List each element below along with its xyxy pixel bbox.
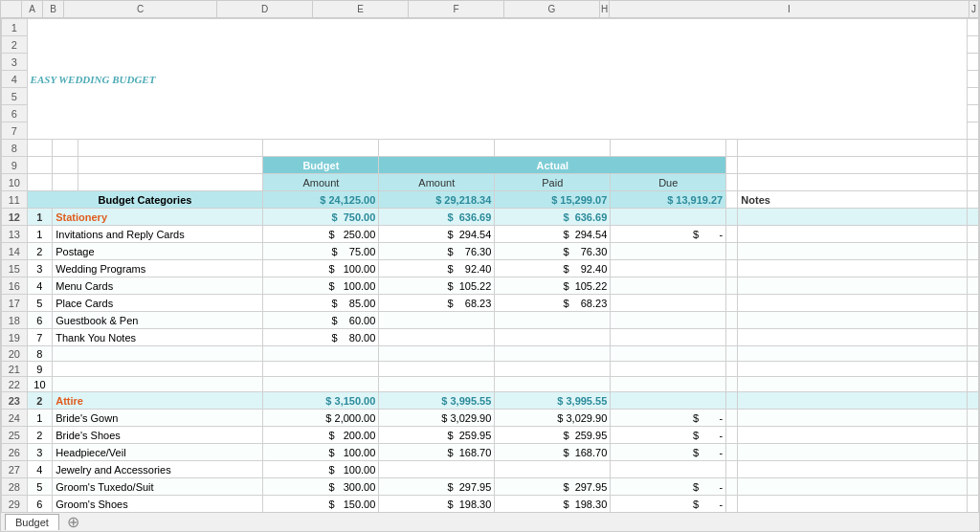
tab-bar: Budget ⊕ bbox=[1, 512, 979, 531]
row-11: 11 Budget Categories $ 24,125.00 $ 29,21… bbox=[2, 191, 979, 209]
budget-amount-header: Amount bbox=[263, 174, 379, 191]
actual-header: Actual bbox=[379, 157, 726, 174]
corner-cell bbox=[1, 1, 22, 17]
section1-name: Stationery bbox=[53, 209, 263, 226]
col-e-header: E bbox=[313, 1, 409, 17]
total-due: $ 13,919.27 bbox=[611, 191, 726, 209]
stationery-item-10: 22 10 bbox=[2, 377, 979, 392]
actual-amount-header: Amount bbox=[379, 174, 495, 191]
col-a-header: A bbox=[22, 1, 43, 17]
stationery-item-2: 14 2 Postage $ 75.00 $ 76.30 $ 76.30 bbox=[2, 243, 979, 260]
add-sheet-button[interactable]: ⊕ bbox=[67, 513, 79, 531]
col-b-header: B bbox=[43, 1, 64, 17]
spreadsheet: A B C D E F G H I J bbox=[0, 0, 980, 532]
stationery-item-3: 15 3 Wedding Programs $ 100.00 $ 92.40 $… bbox=[2, 260, 979, 277]
row-9: 9 Budget Actual bbox=[2, 157, 979, 174]
stationery-item-1: 13 1 Invitations and Reply Cards $ 250.0… bbox=[2, 226, 979, 243]
stationery-item-5: 17 5 Place Cards $ 85.00 $ 68.23 $ 68.23 bbox=[2, 295, 979, 312]
attire-item-4: 27 4 Jewelry and Accessories $ 100.00 bbox=[2, 461, 979, 478]
section-stationery-header: 12 1 Stationery $ 750.00 $ 636.69 $ 636.… bbox=[2, 209, 979, 226]
attire-item-3: 26 3 Headpiece/Veil $ 100.00 $ 168.70 $ … bbox=[2, 444, 979, 461]
col-h-header: H bbox=[600, 1, 610, 17]
row-8: 8 bbox=[2, 140, 979, 157]
col-g-header: G bbox=[504, 1, 600, 17]
row-10: 10 Amount Amount Paid Due bbox=[2, 174, 979, 191]
section2-budget: $ 3,150.00 bbox=[263, 392, 379, 410]
attire-item-6: 29 6 Groom's Shoes $ 150.00 $ 198.30 $ 1… bbox=[2, 496, 979, 513]
total-budget: $ 24,125.00 bbox=[263, 191, 379, 209]
row-1: 1 EASY WEDDING BUDGET bbox=[2, 19, 979, 36]
col-j-header: J bbox=[969, 1, 979, 17]
budget-tab[interactable]: Budget bbox=[5, 514, 59, 530]
total-actual: $ 29,218.34 bbox=[379, 191, 495, 209]
row-1-j bbox=[967, 19, 978, 36]
attire-item-1: 24 1 Bride's Gown $ 2,000.00 $ 3,029.90 … bbox=[2, 410, 979, 427]
paid-header: Paid bbox=[495, 174, 611, 191]
section2-actual: $ 3,995.55 bbox=[379, 392, 495, 410]
col-i-header: I bbox=[610, 1, 969, 17]
categories-label: Budget Categories bbox=[27, 191, 263, 209]
col-c-header: C bbox=[64, 1, 217, 17]
stationery-item-7: 19 7 Thank You Notes $ 80.00 bbox=[2, 329, 979, 346]
stationery-item-8: 20 8 bbox=[2, 346, 979, 362]
col-f-header: F bbox=[409, 1, 504, 17]
col-d-header: D bbox=[217, 1, 313, 17]
column-headers: A B C D E F G H I J bbox=[1, 1, 979, 18]
attire-item-2: 25 2 Bride's Shoes $ 200.00 $ 259.95 $ 2… bbox=[2, 427, 979, 444]
grid-body: 1 EASY WEDDING BUDGET 2 3 4 5 6 7 8 bbox=[1, 18, 979, 512]
notes-header: Notes bbox=[738, 191, 968, 209]
section1-actual: $ 636.69 bbox=[379, 209, 495, 226]
row-num-1: 1 bbox=[2, 19, 28, 36]
total-paid: $ 15,299.07 bbox=[495, 191, 611, 209]
title-cell: EASY WEDDING BUDGET bbox=[27, 19, 967, 140]
section2-name: Attire bbox=[53, 392, 263, 410]
section1-num: 1 bbox=[27, 209, 53, 226]
due-header: Due bbox=[611, 174, 726, 191]
stationery-item-9: 21 9 bbox=[2, 362, 979, 377]
section2-num: 2 bbox=[27, 392, 53, 410]
stationery-item-6: 18 6 Guestbook & Pen $ 60.00 bbox=[2, 312, 979, 329]
section2-paid: $ 3,995.55 bbox=[495, 392, 611, 410]
stationery-item-4: 16 4 Menu Cards $ 100.00 $ 105.22 $ 105.… bbox=[2, 277, 979, 295]
attire-item-5: 28 5 Groom's Tuxedo/Suit $ 300.00 $ 297.… bbox=[2, 478, 979, 496]
section-attire-header: 23 2 Attire $ 3,150.00 $ 3,995.55 $ 3,99… bbox=[2, 392, 979, 410]
section1-paid: $ 636.69 bbox=[495, 209, 611, 226]
budget-header: Budget bbox=[263, 157, 379, 174]
section1-budget: $ 750.00 bbox=[263, 209, 379, 226]
main-table: 1 EASY WEDDING BUDGET 2 3 4 5 6 7 8 bbox=[1, 18, 979, 512]
